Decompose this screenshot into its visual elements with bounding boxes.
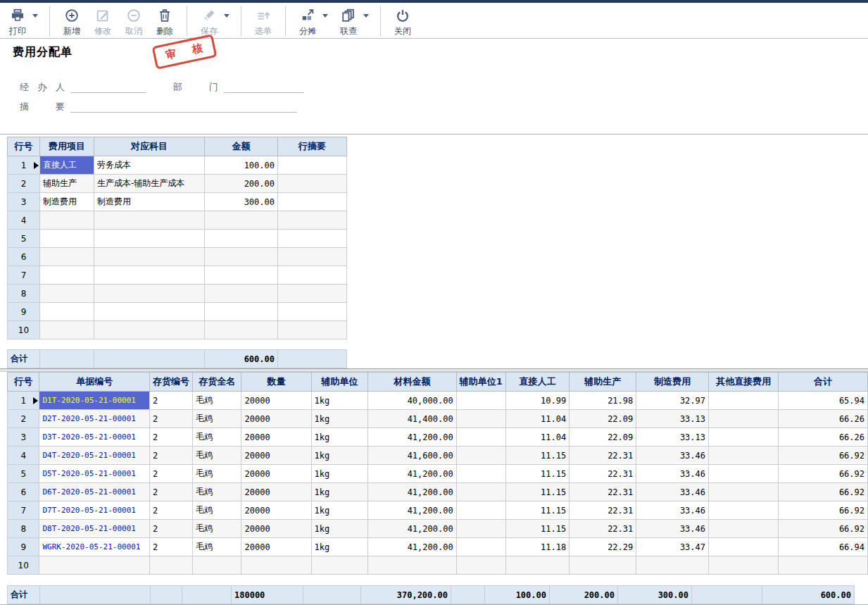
expense-column-header[interactable]: 对应科目: [94, 137, 205, 156]
expense-cell-memo[interactable]: [278, 156, 347, 175]
expense-cell-item[interactable]: [40, 303, 94, 321]
toolbar-button-delete[interactable]: 删除: [149, 3, 180, 38]
detail-cell-no[interactable]: 7: [8, 501, 39, 520]
detail-cell-unit1[interactable]: [456, 428, 505, 447]
detail-cell-material[interactable]: 41,200.00: [368, 428, 456, 447]
detail-column-header[interactable]: 行号: [8, 373, 39, 392]
detail-cell-qty[interactable]: 20000: [241, 392, 311, 410]
detail-cell-qty[interactable]: 20000: [241, 410, 311, 428]
detail-cell-no[interactable]: 9: [8, 538, 39, 556]
detail-cell-name[interactable]: 毛鸡: [192, 483, 241, 501]
expense-cell-item[interactable]: 直接人工: [40, 156, 94, 175]
detail-cell-qty[interactable]: 20000: [241, 428, 311, 447]
expense-cell-item[interactable]: [40, 211, 94, 230]
expense-cell-amount[interactable]: 200.00: [205, 175, 278, 193]
toolbar-button-linked-query[interactable]: 联查: [333, 3, 374, 38]
detail-column-header[interactable]: 辅助单位1: [456, 373, 505, 392]
detail-cell-name[interactable]: 毛鸡: [192, 520, 241, 538]
expense-cell-no[interactable]: 9: [8, 303, 40, 321]
dropdown-caret-icon[interactable]: [224, 14, 229, 18]
detail-cell-unit1[interactable]: [456, 501, 505, 520]
expense-cell-amount[interactable]: 100.00: [205, 156, 278, 175]
detail-cell-doc_no[interactable]: D1T-2020-05-21-00001: [39, 392, 150, 410]
detail-cell-name[interactable]: 毛鸡: [192, 538, 241, 556]
detail-cell-material[interactable]: 41,200.00: [368, 538, 456, 556]
expense-cell-no[interactable]: 10: [8, 321, 40, 339]
dropdown-caret-icon[interactable]: [32, 14, 38, 18]
detail-cell-mfg[interactable]: 32.97: [636, 392, 709, 410]
detail-cell-unit[interactable]: 1kg: [311, 410, 368, 428]
detail-cell-material[interactable]: 41,600.00: [368, 447, 456, 465]
dropdown-caret-icon[interactable]: [322, 14, 328, 18]
expense-column-header[interactable]: 行摘要: [278, 137, 347, 156]
detail-cell-mfg[interactable]: 33.13: [636, 410, 709, 428]
detail-cell-doc_no[interactable]: [39, 556, 150, 575]
toolbar-button-add[interactable]: 新增: [56, 3, 87, 38]
expense-cell-amount[interactable]: [205, 321, 278, 339]
detail-cell-inv_no[interactable]: 2: [149, 447, 192, 465]
expense-cell-item[interactable]: 辅助生产: [40, 175, 94, 193]
detail-cell-total[interactable]: 66.94: [779, 538, 868, 556]
detail-cell-total[interactable]: 66.92: [779, 520, 868, 538]
detail-cell-other[interactable]: [709, 447, 779, 465]
handler-input[interactable]: [70, 81, 146, 93]
detail-cell-other[interactable]: [709, 538, 779, 556]
detail-cell-unit[interactable]: 1kg: [311, 501, 368, 520]
detail-cell-mfg[interactable]: 33.47: [636, 538, 709, 556]
expense-cell-memo[interactable]: [278, 175, 347, 193]
detail-cell-total[interactable]: 66.92: [779, 447, 868, 465]
detail-column-header[interactable]: 制造费用: [636, 373, 709, 392]
detail-cell-aux[interactable]: 22.09: [570, 410, 636, 428]
detail-cell-no[interactable]: 1: [8, 392, 39, 410]
expense-cell-account[interactable]: [94, 266, 205, 285]
detail-column-header[interactable]: 辅助单位: [311, 373, 368, 392]
detail-column-header[interactable]: 材料金额: [368, 373, 456, 392]
expense-cell-amount[interactable]: [205, 303, 278, 321]
detail-cell-mfg[interactable]: 33.13: [636, 428, 709, 447]
expense-cell-amount[interactable]: [205, 211, 278, 230]
detail-cell-doc_no[interactable]: D4T-2020-05-21-00001: [39, 447, 150, 465]
expense-cell-account[interactable]: 生产成本-辅助生产成本: [94, 175, 205, 193]
detail-cell-unit1[interactable]: [456, 447, 505, 465]
detail-cell-no[interactable]: 8: [8, 520, 39, 538]
detail-cell-doc_no[interactable]: D5T-2020-05-21-00001: [39, 465, 150, 483]
detail-cell-no[interactable]: 5: [8, 465, 39, 483]
department-input[interactable]: [224, 81, 304, 93]
detail-cell-labor[interactable]: 11.15: [505, 465, 569, 483]
detail-cell-labor[interactable]: 11.15: [505, 501, 569, 520]
detail-cell-material[interactable]: 41,400.00: [368, 410, 456, 428]
detail-cell-inv_no[interactable]: 2: [149, 483, 192, 501]
expense-cell-memo[interactable]: [278, 211, 347, 230]
detail-cell-material[interactable]: 41,200.00: [368, 501, 456, 520]
detail-cell-other[interactable]: [709, 501, 779, 520]
detail-cell-aux[interactable]: 22.09: [570, 428, 636, 447]
detail-cell-unit1[interactable]: [456, 465, 505, 483]
detail-cell-doc_no[interactable]: D8T-2020-05-21-00001: [39, 520, 150, 538]
detail-cell-aux[interactable]: 22.29: [570, 538, 636, 556]
detail-cell-no[interactable]: 6: [8, 483, 39, 501]
detail-cell-aux[interactable]: 22.31: [570, 520, 636, 538]
detail-cell-labor[interactable]: 11.15: [505, 520, 569, 538]
expense-cell-memo[interactable]: [278, 285, 347, 303]
expense-cell-amount[interactable]: [205, 266, 278, 285]
detail-cell-labor[interactable]: 11.15: [505, 483, 569, 501]
detail-cell-other[interactable]: [709, 428, 779, 447]
detail-cell-material[interactable]: 41,200.00: [368, 520, 456, 538]
expense-cell-memo[interactable]: [278, 266, 347, 285]
detail-column-header[interactable]: 存货全名: [192, 373, 241, 392]
detail-cell-no[interactable]: 3: [8, 428, 39, 447]
expense-column-header[interactable]: 费用项目: [40, 137, 94, 156]
detail-column-header[interactable]: 直接人工: [505, 373, 569, 392]
detail-column-header[interactable]: 辅助生产: [570, 373, 636, 392]
expense-cell-no[interactable]: 2: [8, 175, 40, 193]
detail-cell-qty[interactable]: 20000: [241, 465, 311, 483]
detail-cell-labor[interactable]: 11.15: [505, 447, 569, 465]
detail-column-header[interactable]: 其他直接费用: [709, 373, 779, 392]
toolbar-button-allocate[interactable]: 分摊: [292, 3, 333, 38]
detail-column-header[interactable]: 合计: [779, 373, 868, 392]
detail-cell-unit1[interactable]: [456, 538, 505, 556]
detail-cell-other[interactable]: [709, 465, 779, 483]
detail-cell-total[interactable]: [779, 556, 868, 575]
detail-cell-material[interactable]: 41,200.00: [368, 483, 456, 501]
detail-cell-inv_no[interactable]: 2: [149, 520, 192, 538]
